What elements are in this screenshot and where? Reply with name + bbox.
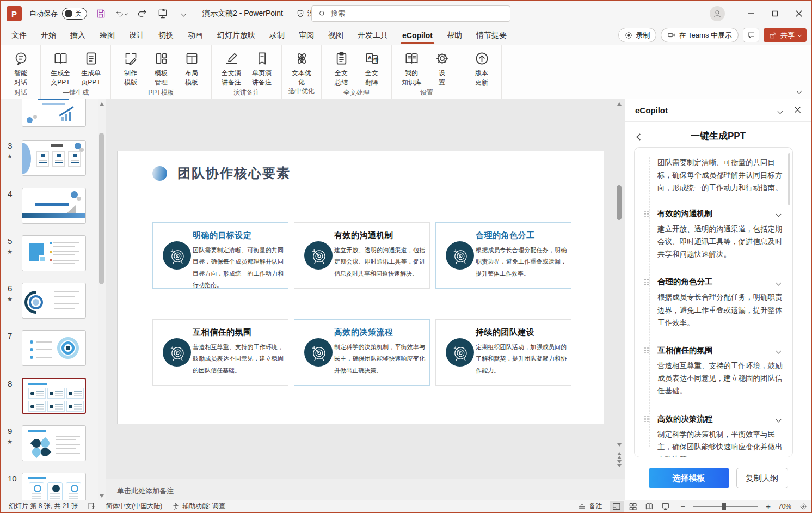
ribbon-button-ai-chat[interactable]: 智能 对话 xyxy=(7,48,35,87)
ribbon-button-full-summary[interactable]: 全文 总结 xyxy=(327,48,355,87)
section-collapse-chevron[interactable] xyxy=(777,277,783,287)
panel-collapse-chevron[interactable] xyxy=(778,106,782,115)
tab-file[interactable]: 文件 xyxy=(4,27,34,44)
redo-button[interactable] xyxy=(136,8,148,20)
select-template-button[interactable]: 选择模板 xyxy=(649,468,729,488)
tab-ecopilot[interactable]: eCopilot xyxy=(395,28,440,43)
accessibility-status[interactable]: 辅助功能: 调查 xyxy=(172,502,225,511)
slide-card-1[interactable]: 有效的沟通机制 建立开放、透明的沟通渠道，包括定期会议、即时通讯工具等，促进信息… xyxy=(294,222,430,289)
slide-thumbnail-7[interactable] xyxy=(22,330,86,366)
slide-card-3[interactable]: 互相信任的氛围 营造相互尊重、支持的工作环境，鼓励成员表达不同意见，建立稳固的团… xyxy=(152,319,288,386)
tab-design[interactable]: 设计 xyxy=(122,27,151,44)
present-in-teams-button[interactable]: 在 Teams 中展示 xyxy=(661,28,739,42)
section-collapse-chevron[interactable] xyxy=(777,414,783,424)
editor-scrollbar-thumb[interactable] xyxy=(617,185,622,220)
tab-insert[interactable]: 插入 xyxy=(63,27,93,44)
slide-title[interactable]: 团队协作核心要素 xyxy=(177,164,291,182)
tab-view[interactable]: 视图 xyxy=(321,27,350,44)
slide-thumbnail-5[interactable] xyxy=(22,235,86,271)
editor-scrollbar[interactable] xyxy=(616,99,623,479)
editor-scroll-down-arrow[interactable] xyxy=(616,441,623,449)
slide-thumbnail-10[interactable] xyxy=(22,473,86,500)
drag-handle-icon[interactable] xyxy=(644,211,650,217)
share-button[interactable]: 共享 xyxy=(764,28,807,42)
undo-button[interactable] xyxy=(115,8,127,20)
save-icon[interactable] xyxy=(95,8,107,20)
language-indicator[interactable]: 简体中文(中国大陆) xyxy=(106,502,162,511)
section-collapse-chevron[interactable] xyxy=(777,345,783,355)
ribbon-button-page-notes[interactable]: 单页演 讲备注 xyxy=(248,48,276,87)
record-button[interactable]: 录制 xyxy=(618,28,656,42)
slide-thumbnail-3[interactable] xyxy=(22,140,86,176)
ribbon-button-template-manage[interactable]: 模板 管理 xyxy=(147,48,175,87)
copy-outline-button[interactable]: 复制大纲 xyxy=(736,468,788,488)
undo-dropdown-caret[interactable] xyxy=(125,12,128,15)
zoom-out-button[interactable]: − xyxy=(680,504,685,509)
ribbon-button-full-notes[interactable]: 全文演 讲备注 xyxy=(217,48,245,87)
slide-thumbnail-6[interactable] xyxy=(22,283,86,319)
slide-card-4[interactable]: 高效的决策流程 制定科学的决策机制，平衡效率与民主，确保团队能够快速响应变化并做… xyxy=(294,319,430,386)
slide-card-0[interactable]: 明确的目标设定 团队需要制定清晰、可衡量的共同目标，确保每个成员都理解并认同目标… xyxy=(152,222,288,289)
ribbon-button-gen-full-ppt[interactable]: 生成全 文PPT xyxy=(46,48,75,87)
comments-button[interactable] xyxy=(743,28,759,42)
tab-devtools[interactable]: 开发工具 xyxy=(350,27,395,44)
tab-review[interactable]: 审阅 xyxy=(292,27,321,44)
editor-scroll-up-arrow[interactable] xyxy=(616,100,623,108)
slide-thumbnail-9[interactable] xyxy=(22,425,86,461)
outline-scrollbar-thumb[interactable] xyxy=(788,153,790,205)
maximize-button[interactable] xyxy=(763,1,787,26)
minimize-button[interactable] xyxy=(739,1,763,26)
tab-draw[interactable]: 绘图 xyxy=(93,27,122,44)
slide-sorter-view-button[interactable] xyxy=(626,501,640,512)
start-slideshow-icon[interactable] xyxy=(157,8,169,20)
drag-handle-icon[interactable] xyxy=(644,416,650,423)
accessibility-checker-icon[interactable] xyxy=(88,502,96,510)
tab-home[interactable]: 开始 xyxy=(34,27,63,44)
quick-access-more-caret[interactable] xyxy=(177,8,189,20)
zoom-in-button[interactable]: + xyxy=(766,504,771,509)
panel-close-icon[interactable] xyxy=(794,106,801,115)
autosave-toggle[interactable]: 关 xyxy=(62,8,87,20)
tab-record[interactable]: 录制 xyxy=(262,27,292,44)
notes-placeholder[interactable]: 单击此处添加备注 xyxy=(117,486,174,496)
ribbon-button-layout-template[interactable]: 布局 模板 xyxy=(177,48,206,87)
back-button[interactable] xyxy=(637,132,642,142)
tab-slideshow[interactable]: 幻灯片放映 xyxy=(210,27,262,44)
slide-thumbnail-2[interactable] xyxy=(22,99,86,127)
section-collapse-chevron[interactable] xyxy=(777,209,783,218)
tab-help[interactable]: 帮助 xyxy=(440,27,469,44)
normal-view-button[interactable] xyxy=(610,501,624,512)
tab-transitions[interactable]: 切换 xyxy=(151,27,181,44)
drag-handle-icon[interactable] xyxy=(644,279,650,285)
slide-thumbnail-8[interactable] xyxy=(22,378,86,414)
ribbon-collapse-button[interactable] xyxy=(797,86,801,95)
next-slide-button[interactable] xyxy=(617,460,622,467)
ribbon-button-text-optimize[interactable]: 文本优 化 xyxy=(287,48,316,86)
slide-card-5[interactable]: 持续的团队建设 定期组织团队活动，加强成员间的了解和默契，提升团队凝聚力和协作能… xyxy=(435,319,571,386)
notes-toggle[interactable]: 备注 xyxy=(578,502,602,511)
tab-animations[interactable]: 动画 xyxy=(181,27,210,44)
ribbon-button-my-knowledge[interactable]: 我的 知识库 xyxy=(397,48,426,87)
zoom-slider-thumb[interactable] xyxy=(722,503,726,510)
search-input[interactable]: 搜索 xyxy=(311,5,510,22)
thumb-scroll-up-arrow[interactable] xyxy=(98,100,106,108)
thumbnail-scrollbar[interactable] xyxy=(98,99,106,500)
slide-card-2[interactable]: 合理的角色分工 根据成员专长合理分配任务，明确职责边界，避免工作重叠或遗漏，提升… xyxy=(435,222,571,289)
ribbon-button-make-template[interactable]: 制作 模版 xyxy=(116,48,145,87)
slideshow-view-button[interactable] xyxy=(659,501,673,512)
close-button[interactable] xyxy=(787,1,811,26)
previous-slide-button[interactable] xyxy=(617,452,622,459)
user-avatar[interactable] xyxy=(710,6,725,21)
fit-slide-button[interactable] xyxy=(799,502,808,511)
ribbon-button-setup[interactable]: 设 置 xyxy=(428,48,456,87)
zoom-level[interactable]: 70% xyxy=(778,503,791,510)
thumb-scrollbar-thumb[interactable] xyxy=(99,133,104,284)
ribbon-button-version-update[interactable]: 版本 更新 xyxy=(467,48,496,95)
ribbon-button-gen-single-ppt[interactable]: 生成单 页PPT xyxy=(77,48,105,87)
reading-view-button[interactable] xyxy=(642,501,656,512)
zoom-slider[interactable] xyxy=(693,506,758,507)
drag-handle-icon[interactable] xyxy=(644,347,650,354)
slide-thumbnail-4[interactable] xyxy=(22,188,86,224)
tab-storyboard[interactable]: 情节提要 xyxy=(469,27,514,44)
thumb-scroll-down-arrow[interactable] xyxy=(98,492,106,500)
